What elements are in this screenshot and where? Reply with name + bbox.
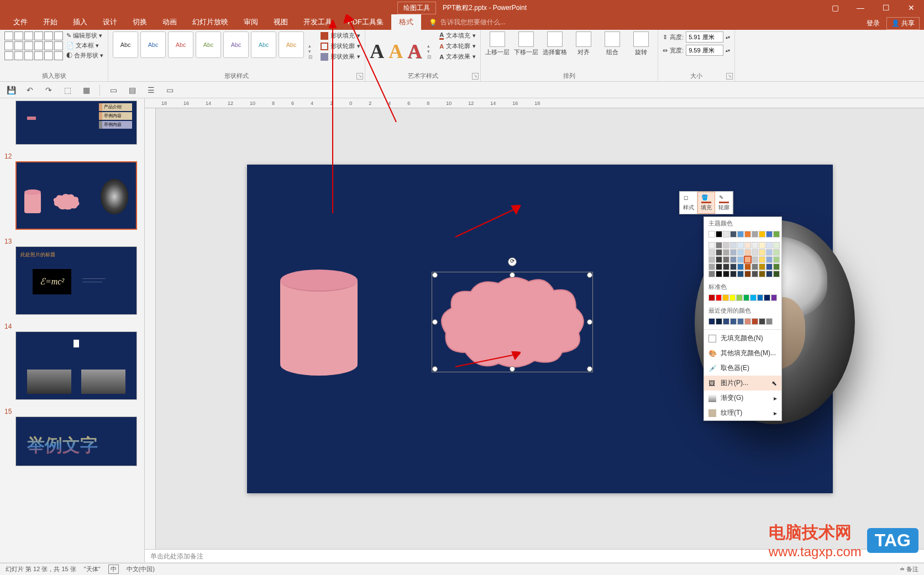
resize-handle[interactable] <box>432 366 438 372</box>
color-swatch[interactable] <box>759 242 765 249</box>
resize-handle[interactable] <box>587 319 592 325</box>
qat-icon[interactable]: ▭ <box>108 85 119 96</box>
edit-shape-button[interactable]: ✎ 编辑形状 ▾ <box>66 31 103 40</box>
textbox-button[interactable]: 📄 文本框 ▾ <box>66 41 103 50</box>
qat-icon[interactable]: ⬚ <box>62 85 73 96</box>
ribbon-display-options-icon[interactable]: ▢ <box>822 0 848 15</box>
tab-home[interactable]: 开始 <box>35 14 65 30</box>
shape-style-gallery[interactable]: Abc Abc Abc Abc Abc Abc Abc <box>113 31 304 71</box>
tab-view[interactable]: 视图 <box>266 14 296 30</box>
color-swatch[interactable] <box>723 256 729 263</box>
color-swatch[interactable] <box>750 294 757 301</box>
wordart-dialog-launcher[interactable]: ↘ <box>472 73 479 80</box>
color-swatch[interactable] <box>743 294 750 301</box>
color-swatch[interactable] <box>737 242 744 249</box>
color-swatch[interactable] <box>744 242 751 249</box>
color-swatch[interactable] <box>759 231 765 238</box>
color-swatch[interactable] <box>730 256 737 263</box>
color-swatch[interactable] <box>737 249 744 256</box>
slide-thumbnails-panel[interactable]: 产品介绍 举例内容 举例内容 12 13 此处照片的标题 ℰ=mc² <box>0 98 145 562</box>
align-button[interactable]: 对齐 <box>571 31 596 71</box>
more-colors-option[interactable]: 🎨 其他填充颜色(M)... <box>704 346 781 361</box>
color-swatch[interactable] <box>764 294 770 301</box>
color-swatch[interactable] <box>730 263 737 270</box>
color-swatch[interactable] <box>723 249 729 256</box>
undo-icon[interactable]: ↶ <box>24 85 35 96</box>
qat-icon[interactable]: ▦ <box>81 85 92 96</box>
slide-thumb-13[interactable]: 此处照片的标题 ℰ=mc² ————————————— <box>15 246 137 315</box>
tab-insert[interactable]: 插入 <box>65 14 95 30</box>
send-backward-button[interactable]: 下移一层 <box>514 31 538 71</box>
minimize-button[interactable]: — <box>848 0 873 15</box>
color-swatch[interactable] <box>773 271 780 277</box>
tab-animations[interactable]: 动画 <box>155 14 185 30</box>
qat-icon[interactable]: ☰ <box>145 85 156 96</box>
login-link[interactable]: 登录 <box>867 19 880 28</box>
color-swatch[interactable] <box>766 249 773 256</box>
lang-indicator-icon[interactable]: 中 <box>108 565 119 574</box>
color-swatch[interactable] <box>773 263 780 270</box>
color-swatch[interactable] <box>730 242 737 249</box>
color-swatch[interactable] <box>744 231 751 238</box>
color-swatch[interactable] <box>744 263 751 270</box>
rotate-handle-icon[interactable]: ⟳ <box>508 257 517 266</box>
color-swatch[interactable] <box>752 249 758 256</box>
color-swatch[interactable] <box>773 256 780 263</box>
color-swatch[interactable] <box>766 271 773 277</box>
share-button[interactable]: 👤 共享 <box>886 17 920 30</box>
color-swatch[interactable] <box>708 231 715 238</box>
close-button[interactable]: ✕ <box>899 0 924 15</box>
bring-forward-button[interactable]: 上移一层 <box>485 31 510 71</box>
color-swatch[interactable] <box>737 271 744 277</box>
selection-pane-button[interactable]: 选择窗格 <box>543 31 567 71</box>
shape-cylinder[interactable] <box>280 270 358 369</box>
color-swatch[interactable] <box>723 318 729 325</box>
color-swatch[interactable] <box>737 263 744 270</box>
slide-thumb-15[interactable]: 举例文字 <box>15 416 137 466</box>
qat-icon[interactable]: ▭ <box>164 85 175 96</box>
color-swatch[interactable] <box>708 294 715 301</box>
color-swatch[interactable] <box>766 231 773 238</box>
maximize-button[interactable]: ☐ <box>873 0 899 15</box>
color-swatch[interactable] <box>766 263 773 270</box>
no-fill-option[interactable]: 无填充颜色(N) <box>704 331 781 346</box>
color-swatch[interactable] <box>759 318 765 325</box>
color-swatch[interactable] <box>766 242 773 249</box>
color-swatch[interactable] <box>737 256 744 263</box>
tab-review[interactable]: 审阅 <box>236 14 266 30</box>
color-swatch[interactable] <box>744 318 751 325</box>
color-swatch[interactable] <box>752 231 758 238</box>
height-input[interactable] <box>686 31 723 43</box>
color-swatch[interactable] <box>757 294 764 301</box>
tab-slideshow[interactable]: 幻灯片放映 <box>185 14 236 30</box>
color-swatch[interactable] <box>730 271 737 277</box>
save-icon[interactable]: 💾 <box>6 85 17 96</box>
size-dialog-launcher[interactable]: ↘ <box>726 73 733 80</box>
resize-handle[interactable] <box>432 319 438 325</box>
color-swatch[interactable] <box>752 271 758 277</box>
color-swatch[interactable] <box>730 318 737 325</box>
color-swatch[interactable] <box>744 256 751 263</box>
color-swatch[interactable] <box>708 263 715 270</box>
color-swatch[interactable] <box>708 318 715 325</box>
color-swatch[interactable] <box>752 263 758 270</box>
redo-icon[interactable]: ↷ <box>43 85 54 96</box>
color-swatch[interactable] <box>716 242 722 249</box>
resize-handle[interactable] <box>587 366 592 372</box>
color-swatch[interactable] <box>716 256 722 263</box>
text-outline-button[interactable]: A 文本轮廓 ▾ <box>439 42 476 50</box>
rotate-button[interactable]: 旋转 <box>629 31 653 71</box>
text-fill-button[interactable]: A 文本填充 ▾ <box>439 31 476 40</box>
notes-toggle[interactable]: ≐ 备注 <box>900 565 918 573</box>
color-swatch[interactable] <box>723 242 729 249</box>
color-swatch[interactable] <box>708 256 715 263</box>
resize-handle[interactable] <box>510 272 515 278</box>
height-spinner[interactable]: ▴▾ <box>726 35 730 40</box>
tell-me-box[interactable]: 💡 告诉我您想要做什么... <box>421 15 513 30</box>
color-swatch[interactable] <box>716 263 722 270</box>
color-swatch[interactable] <box>766 256 773 263</box>
mini-style-button[interactable]: ◻ 样式 <box>680 192 697 214</box>
color-swatch[interactable] <box>759 256 765 263</box>
merge-shapes-button[interactable]: ◐ 合并形状 ▾ <box>66 51 103 60</box>
tab-design[interactable]: 设计 <box>95 14 125 30</box>
